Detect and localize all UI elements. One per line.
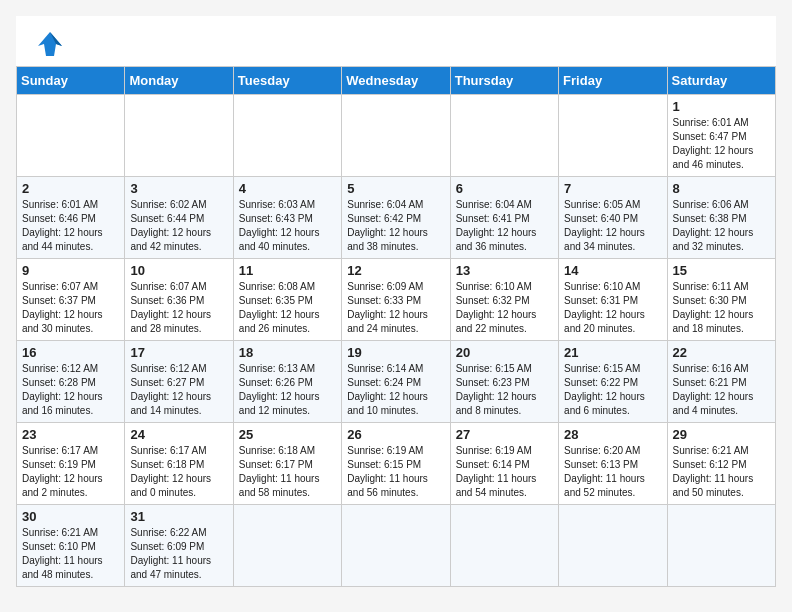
day-number: 27 xyxy=(456,427,553,442)
day-number: 6 xyxy=(456,181,553,196)
day-number: 9 xyxy=(22,263,119,278)
calendar-cell: 9Sunrise: 6:07 AM Sunset: 6:37 PM Daylig… xyxy=(17,259,125,341)
calendar-cell xyxy=(559,95,667,177)
day-number: 21 xyxy=(564,345,661,360)
calendar-cell: 27Sunrise: 6:19 AM Sunset: 6:14 PM Dayli… xyxy=(450,423,558,505)
calendar-cell xyxy=(342,505,450,587)
calendar-cell: 16Sunrise: 6:12 AM Sunset: 6:28 PM Dayli… xyxy=(17,341,125,423)
calendar-cell: 10Sunrise: 6:07 AM Sunset: 6:36 PM Dayli… xyxy=(125,259,233,341)
day-info: Sunrise: 6:01 AM Sunset: 6:47 PM Dayligh… xyxy=(673,116,770,172)
day-info: Sunrise: 6:12 AM Sunset: 6:27 PM Dayligh… xyxy=(130,362,227,418)
day-number: 8 xyxy=(673,181,770,196)
day-number: 15 xyxy=(673,263,770,278)
calendar-cell: 7Sunrise: 6:05 AM Sunset: 6:40 PM Daylig… xyxy=(559,177,667,259)
calendar-cell: 18Sunrise: 6:13 AM Sunset: 6:26 PM Dayli… xyxy=(233,341,341,423)
day-info: Sunrise: 6:08 AM Sunset: 6:35 PM Dayligh… xyxy=(239,280,336,336)
calendar-cell: 20Sunrise: 6:15 AM Sunset: 6:23 PM Dayli… xyxy=(450,341,558,423)
calendar-week-row: 16Sunrise: 6:12 AM Sunset: 6:28 PM Dayli… xyxy=(17,341,776,423)
calendar-cell xyxy=(17,95,125,177)
calendar-cell: 21Sunrise: 6:15 AM Sunset: 6:22 PM Dayli… xyxy=(559,341,667,423)
calendar-cell: 24Sunrise: 6:17 AM Sunset: 6:18 PM Dayli… xyxy=(125,423,233,505)
day-info: Sunrise: 6:18 AM Sunset: 6:17 PM Dayligh… xyxy=(239,444,336,500)
calendar-cell: 3Sunrise: 6:02 AM Sunset: 6:44 PM Daylig… xyxy=(125,177,233,259)
calendar-week-row: 1Sunrise: 6:01 AM Sunset: 6:47 PM Daylig… xyxy=(17,95,776,177)
calendar-cell: 1Sunrise: 6:01 AM Sunset: 6:47 PM Daylig… xyxy=(667,95,775,177)
day-number: 17 xyxy=(130,345,227,360)
calendar-cell xyxy=(233,505,341,587)
day-info: Sunrise: 6:12 AM Sunset: 6:28 PM Dayligh… xyxy=(22,362,119,418)
calendar-cell: 23Sunrise: 6:17 AM Sunset: 6:19 PM Dayli… xyxy=(17,423,125,505)
day-number: 1 xyxy=(673,99,770,114)
header-friday: Friday xyxy=(559,67,667,95)
day-number: 14 xyxy=(564,263,661,278)
calendar-cell: 15Sunrise: 6:11 AM Sunset: 6:30 PM Dayli… xyxy=(667,259,775,341)
calendar-cell: 11Sunrise: 6:08 AM Sunset: 6:35 PM Dayli… xyxy=(233,259,341,341)
calendar-cell: 25Sunrise: 6:18 AM Sunset: 6:17 PM Dayli… xyxy=(233,423,341,505)
calendar-cell xyxy=(450,95,558,177)
day-info: Sunrise: 6:01 AM Sunset: 6:46 PM Dayligh… xyxy=(22,198,119,254)
calendar-cell xyxy=(342,95,450,177)
day-info: Sunrise: 6:14 AM Sunset: 6:24 PM Dayligh… xyxy=(347,362,444,418)
calendar-week-row: 30Sunrise: 6:21 AM Sunset: 6:10 PM Dayli… xyxy=(17,505,776,587)
day-number: 24 xyxy=(130,427,227,442)
day-info: Sunrise: 6:19 AM Sunset: 6:15 PM Dayligh… xyxy=(347,444,444,500)
calendar-cell: 17Sunrise: 6:12 AM Sunset: 6:27 PM Dayli… xyxy=(125,341,233,423)
logo-icon xyxy=(32,26,68,62)
calendar-cell xyxy=(125,95,233,177)
day-number: 4 xyxy=(239,181,336,196)
calendar-cell xyxy=(559,505,667,587)
calendar-cell: 28Sunrise: 6:20 AM Sunset: 6:13 PM Dayli… xyxy=(559,423,667,505)
calendar-week-row: 23Sunrise: 6:17 AM Sunset: 6:19 PM Dayli… xyxy=(17,423,776,505)
day-number: 20 xyxy=(456,345,553,360)
day-number: 30 xyxy=(22,509,119,524)
day-info: Sunrise: 6:17 AM Sunset: 6:19 PM Dayligh… xyxy=(22,444,119,500)
calendar-cell xyxy=(450,505,558,587)
header-sunday: Sunday xyxy=(17,67,125,95)
calendar-cell xyxy=(233,95,341,177)
day-info: Sunrise: 6:07 AM Sunset: 6:37 PM Dayligh… xyxy=(22,280,119,336)
day-info: Sunrise: 6:15 AM Sunset: 6:23 PM Dayligh… xyxy=(456,362,553,418)
header-monday: Monday xyxy=(125,67,233,95)
header-wednesday: Wednesday xyxy=(342,67,450,95)
calendar-cell: 13Sunrise: 6:10 AM Sunset: 6:32 PM Dayli… xyxy=(450,259,558,341)
day-info: Sunrise: 6:17 AM Sunset: 6:18 PM Dayligh… xyxy=(130,444,227,500)
calendar-table: SundayMondayTuesdayWednesdayThursdayFrid… xyxy=(16,66,776,587)
day-number: 19 xyxy=(347,345,444,360)
day-info: Sunrise: 6:03 AM Sunset: 6:43 PM Dayligh… xyxy=(239,198,336,254)
day-info: Sunrise: 6:05 AM Sunset: 6:40 PM Dayligh… xyxy=(564,198,661,254)
calendar-week-row: 9Sunrise: 6:07 AM Sunset: 6:37 PM Daylig… xyxy=(17,259,776,341)
calendar-cell: 26Sunrise: 6:19 AM Sunset: 6:15 PM Dayli… xyxy=(342,423,450,505)
day-number: 18 xyxy=(239,345,336,360)
header-tuesday: Tuesday xyxy=(233,67,341,95)
calendar-cell: 2Sunrise: 6:01 AM Sunset: 6:46 PM Daylig… xyxy=(17,177,125,259)
calendar-cell: 8Sunrise: 6:06 AM Sunset: 6:38 PM Daylig… xyxy=(667,177,775,259)
day-number: 10 xyxy=(130,263,227,278)
day-number: 11 xyxy=(239,263,336,278)
logo xyxy=(32,26,72,62)
calendar-cell: 5Sunrise: 6:04 AM Sunset: 6:42 PM Daylig… xyxy=(342,177,450,259)
day-number: 13 xyxy=(456,263,553,278)
calendar-cell: 29Sunrise: 6:21 AM Sunset: 6:12 PM Dayli… xyxy=(667,423,775,505)
day-info: Sunrise: 6:21 AM Sunset: 6:12 PM Dayligh… xyxy=(673,444,770,500)
day-number: 16 xyxy=(22,345,119,360)
day-info: Sunrise: 6:20 AM Sunset: 6:13 PM Dayligh… xyxy=(564,444,661,500)
calendar-cell: 4Sunrise: 6:03 AM Sunset: 6:43 PM Daylig… xyxy=(233,177,341,259)
calendar-cell: 31Sunrise: 6:22 AM Sunset: 6:09 PM Dayli… xyxy=(125,505,233,587)
day-info: Sunrise: 6:10 AM Sunset: 6:31 PM Dayligh… xyxy=(564,280,661,336)
day-info: Sunrise: 6:13 AM Sunset: 6:26 PM Dayligh… xyxy=(239,362,336,418)
calendar-cell: 30Sunrise: 6:21 AM Sunset: 6:10 PM Dayli… xyxy=(17,505,125,587)
day-info: Sunrise: 6:02 AM Sunset: 6:44 PM Dayligh… xyxy=(130,198,227,254)
calendar-cell: 12Sunrise: 6:09 AM Sunset: 6:33 PM Dayli… xyxy=(342,259,450,341)
day-info: Sunrise: 6:10 AM Sunset: 6:32 PM Dayligh… xyxy=(456,280,553,336)
day-info: Sunrise: 6:19 AM Sunset: 6:14 PM Dayligh… xyxy=(456,444,553,500)
header-saturday: Saturday xyxy=(667,67,775,95)
day-number: 28 xyxy=(564,427,661,442)
day-info: Sunrise: 6:11 AM Sunset: 6:30 PM Dayligh… xyxy=(673,280,770,336)
day-number: 29 xyxy=(673,427,770,442)
calendar-cell: 22Sunrise: 6:16 AM Sunset: 6:21 PM Dayli… xyxy=(667,341,775,423)
day-number: 3 xyxy=(130,181,227,196)
day-info: Sunrise: 6:09 AM Sunset: 6:33 PM Dayligh… xyxy=(347,280,444,336)
day-number: 23 xyxy=(22,427,119,442)
header-thursday: Thursday xyxy=(450,67,558,95)
day-number: 22 xyxy=(673,345,770,360)
